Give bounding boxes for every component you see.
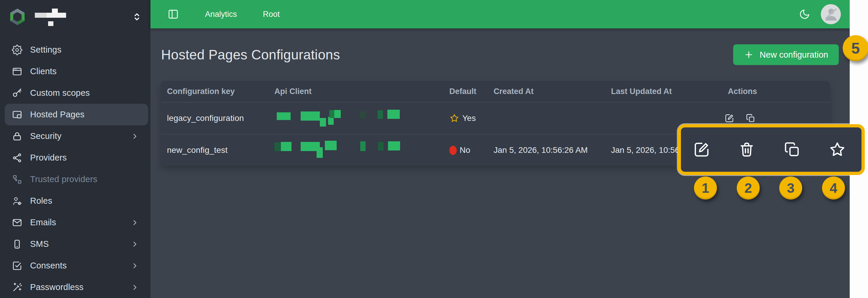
- app-logo: [8, 8, 27, 26]
- chevron-right-icon: [130, 283, 139, 292]
- annotation-badge-1: 1: [694, 177, 717, 199]
- sidebar-nav: SettingsClientsCustom scopesHosted Pages…: [0, 39, 151, 298]
- unfold-more-icon: [131, 11, 143, 23]
- window-icon: [12, 66, 23, 77]
- copy-icon[interactable]: [746, 113, 755, 123]
- sidebar-item-clients[interactable]: Clients: [5, 61, 148, 82]
- api-client-redacted: [269, 106, 443, 130]
- table-header-row: Configuration keyApi ClientDefaultCreate…: [161, 81, 830, 103]
- star-icon[interactable]: [829, 141, 846, 159]
- column-header: Configuration key: [161, 87, 269, 96]
- new-configuration-button[interactable]: New configuration: [733, 44, 839, 65]
- sidebar: SettingsClientsCustom scopesHosted Pages…: [0, 0, 151, 298]
- chevron-right-icon: [130, 132, 139, 141]
- delete-icon[interactable]: [738, 141, 755, 159]
- red-dot-icon: [450, 146, 457, 155]
- gear-icon: [12, 45, 23, 55]
- roles-icon: [12, 196, 23, 206]
- wand-icon: [12, 282, 23, 293]
- annotation-highlight-box: [678, 124, 865, 175]
- sidebar-item-label: Settings: [30, 45, 61, 55]
- edit-icon[interactable]: [724, 113, 734, 123]
- column-header: Created At: [488, 87, 605, 96]
- sidebar-item-label: SMS: [30, 239, 49, 249]
- sidebar-item-emails[interactable]: Emails: [5, 212, 148, 233]
- chevron-right-icon: [130, 261, 139, 270]
- share-icon: [12, 153, 23, 163]
- org-name-redacted: [35, 8, 76, 26]
- plus-icon: [744, 50, 754, 60]
- default-status: No: [443, 145, 488, 155]
- sidebar-item-label: Hosted Pages: [30, 110, 85, 119]
- chevron-right-icon: [130, 218, 139, 227]
- sidebar-item-label: Emails: [30, 218, 56, 227]
- new-configuration-label: New configuration: [760, 50, 828, 60]
- sidebar-item-trusted-providers[interactable]: Trusted providers: [5, 168, 148, 190]
- annotation-badge-2: 2: [737, 177, 760, 199]
- sidebar-item-custom-scopes[interactable]: Custom scopes: [5, 82, 148, 104]
- default-label: No: [460, 145, 470, 155]
- column-header: Default: [443, 87, 488, 96]
- column-header: Last Updated At: [605, 87, 722, 96]
- annotation-badge-3: 3: [779, 177, 802, 199]
- sidebar-item-label: Custom scopes: [30, 88, 90, 98]
- sidebar-item-label: Providers: [30, 153, 67, 163]
- edit-icon[interactable]: [693, 141, 710, 159]
- sidebar-item-label: Clients: [30, 66, 57, 76]
- consent-icon: [12, 261, 23, 271]
- page-header: Hosted Pages Configurations New configur…: [151, 28, 850, 81]
- sidebar-item-passwordless[interactable]: Passwordless: [5, 276, 148, 298]
- sidebar-item-label: Security: [30, 131, 61, 141]
- phone-icon: [12, 239, 23, 249]
- sidebar-item-label: Roles: [30, 196, 52, 206]
- sidebar-item-settings[interactable]: Settings: [5, 39, 148, 61]
- sidebar-item-consents[interactable]: Consents: [5, 255, 148, 276]
- org-switcher[interactable]: [0, 0, 151, 34]
- row-actions: [722, 113, 830, 123]
- sidebar-item-label: Passwordless: [30, 282, 84, 292]
- page-title: Hosted Pages Configurations: [161, 47, 340, 63]
- sidebar-toggle-icon[interactable]: [167, 8, 179, 20]
- key-icon: [12, 88, 23, 99]
- sidebar-item-security[interactable]: Security: [5, 125, 148, 147]
- sidebar-item-roles[interactable]: Roles: [5, 190, 148, 212]
- lock-icon: [12, 131, 23, 142]
- column-header: Actions: [722, 87, 830, 96]
- mail-icon: [12, 217, 23, 228]
- sidebar-item-hosted-pages[interactable]: Hosted Pages: [5, 104, 148, 125]
- configuration-key: new_config_test: [161, 145, 269, 155]
- default-label: Yes: [462, 113, 476, 123]
- moon-icon[interactable]: [799, 8, 810, 20]
- sidebar-item-label: Consents: [30, 261, 67, 271]
- topbar-tab-analytics[interactable]: Analytics: [205, 10, 237, 19]
- created-at: Jan 5, 2026, 10:56:26 AM: [488, 145, 605, 155]
- column-header: Api Client: [269, 87, 443, 96]
- topbar-tab-root[interactable]: Root: [263, 10, 280, 19]
- configuration-key: legacy_configuration: [161, 113, 269, 123]
- topbar-tabs: AnalyticsRoot: [179, 10, 280, 19]
- topbar-right: [799, 4, 850, 24]
- chevron-right-icon: [130, 240, 139, 249]
- sidebar-item-providers[interactable]: Providers: [5, 147, 148, 168]
- avatar-person-icon: [821, 4, 841, 24]
- sidebar-item-label: Trusted providers: [30, 174, 97, 184]
- trusted-providers-icon: [12, 174, 23, 185]
- star-icon: [450, 113, 459, 123]
- topbar: AnalyticsRoot: [151, 0, 850, 28]
- api-client-redacted: [269, 138, 443, 162]
- copy-icon[interactable]: [783, 141, 801, 159]
- annotation-badge-5: 5: [843, 35, 868, 61]
- default-status: Yes: [443, 113, 488, 123]
- hosted-pages-icon: [12, 109, 23, 120]
- sidebar-item-sms[interactable]: SMS: [5, 233, 148, 255]
- annotation-badge-4: 4: [822, 177, 845, 199]
- avatar[interactable]: [821, 4, 841, 24]
